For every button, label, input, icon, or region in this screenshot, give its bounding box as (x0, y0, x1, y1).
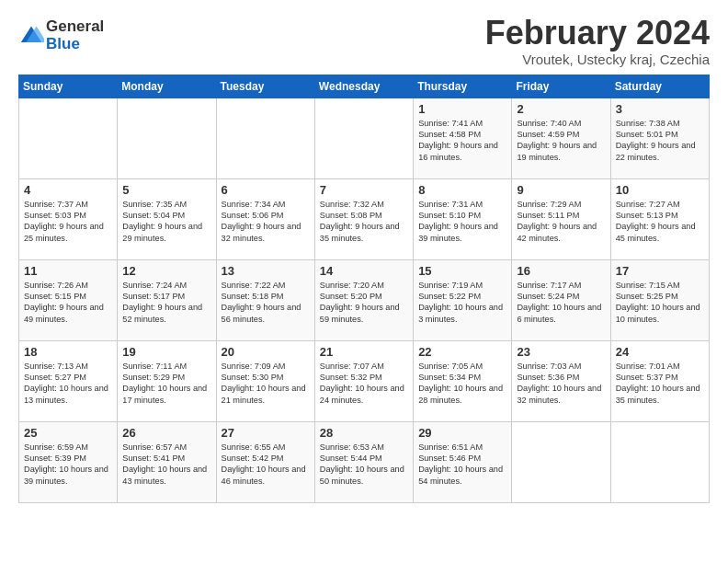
cell-content: Sunrise: 7:15 AM Sunset: 5:25 PM Dayligh… (616, 280, 704, 326)
calendar-cell: 13Sunrise: 7:22 AM Sunset: 5:18 PM Dayli… (216, 259, 314, 340)
header-cell-tuesday: Tuesday (216, 75, 314, 98)
week-row-1: 4Sunrise: 7:37 AM Sunset: 5:03 PM Daylig… (19, 178, 710, 259)
calendar-cell (314, 98, 413, 178)
calendar-cell: 21Sunrise: 7:07 AM Sunset: 5:32 PM Dayli… (314, 340, 413, 421)
day-number: 6 (222, 183, 310, 197)
cell-content: Sunrise: 7:29 AM Sunset: 5:11 PM Dayligh… (517, 199, 605, 245)
cell-content: Sunrise: 7:19 AM Sunset: 5:22 PM Dayligh… (418, 280, 506, 326)
cell-content: Sunrise: 7:01 AM Sunset: 5:37 PM Dayligh… (616, 361, 704, 407)
cell-content: Sunrise: 7:03 AM Sunset: 5:36 PM Dayligh… (517, 361, 605, 407)
logo-general: General (46, 18, 104, 36)
calendar-cell: 29Sunrise: 6:51 AM Sunset: 5:46 PM Dayli… (414, 421, 512, 502)
day-number: 16 (517, 264, 605, 278)
week-row-0: 1Sunrise: 7:41 AM Sunset: 4:58 PM Daylig… (19, 98, 710, 178)
calendar-cell: 16Sunrise: 7:17 AM Sunset: 5:24 PM Dayli… (512, 259, 610, 340)
cell-content: Sunrise: 7:32 AM Sunset: 5:08 PM Dayligh… (320, 199, 408, 245)
cell-content: Sunrise: 6:55 AM Sunset: 5:42 PM Dayligh… (222, 442, 310, 488)
calendar-cell: 17Sunrise: 7:15 AM Sunset: 5:25 PM Dayli… (610, 259, 709, 340)
cell-content: Sunrise: 7:11 AM Sunset: 5:29 PM Dayligh… (122, 361, 210, 407)
cell-content: Sunrise: 7:27 AM Sunset: 5:13 PM Dayligh… (616, 199, 704, 245)
calendar-table: SundayMondayTuesdayWednesdayThursdayFrid… (18, 75, 710, 503)
calendar-cell (512, 421, 610, 502)
calendar-cell: 23Sunrise: 7:03 AM Sunset: 5:36 PM Dayli… (512, 340, 610, 421)
cell-content: Sunrise: 7:13 AM Sunset: 5:27 PM Dayligh… (24, 361, 112, 407)
cell-content: Sunrise: 7:05 AM Sunset: 5:34 PM Dayligh… (418, 361, 506, 407)
day-number: 15 (418, 264, 506, 278)
cell-content: Sunrise: 7:24 AM Sunset: 5:17 PM Dayligh… (122, 280, 210, 326)
day-number: 17 (616, 264, 704, 278)
calendar-cell (610, 421, 709, 502)
week-row-3: 18Sunrise: 7:13 AM Sunset: 5:27 PM Dayli… (19, 340, 710, 421)
day-number: 25 (24, 426, 112, 440)
cell-content: Sunrise: 7:38 AM Sunset: 5:01 PM Dayligh… (616, 118, 704, 164)
cell-content: Sunrise: 7:31 AM Sunset: 5:10 PM Dayligh… (418, 199, 506, 245)
header-cell-saturday: Saturday (610, 75, 709, 98)
calendar-cell: 3Sunrise: 7:38 AM Sunset: 5:01 PM Daylig… (610, 98, 709, 178)
calendar-cell: 5Sunrise: 7:35 AM Sunset: 5:04 PM Daylig… (118, 178, 216, 259)
calendar-cell: 2Sunrise: 7:40 AM Sunset: 4:59 PM Daylig… (512, 98, 610, 178)
calendar-cell: 22Sunrise: 7:05 AM Sunset: 5:34 PM Dayli… (414, 340, 512, 421)
cell-content: Sunrise: 6:57 AM Sunset: 5:41 PM Dayligh… (122, 442, 210, 488)
day-number: 11 (24, 264, 112, 278)
calendar-cell: 11Sunrise: 7:26 AM Sunset: 5:15 PM Dayli… (19, 259, 118, 340)
cell-content: Sunrise: 7:40 AM Sunset: 4:59 PM Dayligh… (517, 118, 605, 164)
week-row-4: 25Sunrise: 6:59 AM Sunset: 5:39 PM Dayli… (19, 421, 710, 502)
calendar-cell: 8Sunrise: 7:31 AM Sunset: 5:10 PM Daylig… (414, 178, 512, 259)
cell-content: Sunrise: 7:07 AM Sunset: 5:32 PM Dayligh… (320, 361, 408, 407)
cell-content: Sunrise: 6:51 AM Sunset: 5:46 PM Dayligh… (418, 442, 506, 488)
day-number: 1 (418, 102, 506, 116)
cell-content: Sunrise: 7:26 AM Sunset: 5:15 PM Dayligh… (24, 280, 112, 326)
cell-content: Sunrise: 7:22 AM Sunset: 5:18 PM Dayligh… (222, 280, 310, 326)
header-cell-sunday: Sunday (19, 75, 118, 98)
cell-content: Sunrise: 7:34 AM Sunset: 5:06 PM Dayligh… (222, 199, 310, 245)
cell-content: Sunrise: 7:35 AM Sunset: 5:04 PM Dayligh… (122, 199, 210, 245)
day-number: 22 (418, 345, 506, 359)
logo-blue: Blue (46, 36, 104, 53)
calendar-cell (19, 98, 118, 178)
calendar-cell: 7Sunrise: 7:32 AM Sunset: 5:08 PM Daylig… (314, 178, 413, 259)
location-subtitle: Vroutek, Ustecky kraj, Czechia (485, 52, 710, 67)
calendar-cell: 18Sunrise: 7:13 AM Sunset: 5:27 PM Dayli… (19, 340, 118, 421)
calendar-cell: 19Sunrise: 7:11 AM Sunset: 5:29 PM Dayli… (118, 340, 216, 421)
day-number: 3 (616, 102, 704, 116)
header-cell-monday: Monday (118, 75, 216, 98)
calendar-cell: 14Sunrise: 7:20 AM Sunset: 5:20 PM Dayli… (314, 259, 413, 340)
cell-content: Sunrise: 6:59 AM Sunset: 5:39 PM Dayligh… (24, 442, 112, 488)
month-title: February 2024 (485, 15, 710, 52)
calendar-cell: 6Sunrise: 7:34 AM Sunset: 5:06 PM Daylig… (216, 178, 314, 259)
day-number: 14 (320, 264, 408, 278)
title-block: February 2024 Vroutek, Ustecky kraj, Cze… (485, 15, 710, 67)
cell-content: Sunrise: 7:17 AM Sunset: 5:24 PM Dayligh… (517, 280, 605, 326)
day-number: 19 (122, 345, 210, 359)
day-number: 10 (616, 183, 704, 197)
page-header: General Blue February 2024 Vroutek, Uste… (18, 15, 710, 67)
day-number: 24 (616, 345, 704, 359)
calendar-cell: 12Sunrise: 7:24 AM Sunset: 5:17 PM Dayli… (118, 259, 216, 340)
cell-content: Sunrise: 7:41 AM Sunset: 4:58 PM Dayligh… (418, 118, 506, 164)
cell-content: Sunrise: 7:20 AM Sunset: 5:20 PM Dayligh… (320, 280, 408, 326)
day-number: 20 (222, 345, 310, 359)
calendar-cell (216, 98, 314, 178)
day-number: 4 (24, 183, 112, 197)
header-cell-friday: Friday (512, 75, 610, 98)
calendar-cell: 27Sunrise: 6:55 AM Sunset: 5:42 PM Dayli… (216, 421, 314, 502)
day-number: 29 (418, 426, 506, 440)
day-number: 28 (320, 426, 408, 440)
day-number: 27 (222, 426, 310, 440)
calendar-cell: 9Sunrise: 7:29 AM Sunset: 5:11 PM Daylig… (512, 178, 610, 259)
day-number: 12 (122, 264, 210, 278)
calendar-cell: 4Sunrise: 7:37 AM Sunset: 5:03 PM Daylig… (19, 178, 118, 259)
calendar-cell: 25Sunrise: 6:59 AM Sunset: 5:39 PM Dayli… (19, 421, 118, 502)
day-number: 7 (320, 183, 408, 197)
week-row-2: 11Sunrise: 7:26 AM Sunset: 5:15 PM Dayli… (19, 259, 710, 340)
calendar-cell: 15Sunrise: 7:19 AM Sunset: 5:22 PM Dayli… (414, 259, 512, 340)
day-number: 5 (122, 183, 210, 197)
day-number: 9 (517, 183, 605, 197)
header-row: SundayMondayTuesdayWednesdayThursdayFrid… (19, 75, 710, 98)
header-cell-thursday: Thursday (414, 75, 512, 98)
calendar-cell (118, 98, 216, 178)
calendar-cell: 10Sunrise: 7:27 AM Sunset: 5:13 PM Dayli… (610, 178, 709, 259)
calendar-cell: 1Sunrise: 7:41 AM Sunset: 4:58 PM Daylig… (414, 98, 512, 178)
day-number: 8 (418, 183, 506, 197)
calendar-cell: 24Sunrise: 7:01 AM Sunset: 5:37 PM Dayli… (610, 340, 709, 421)
